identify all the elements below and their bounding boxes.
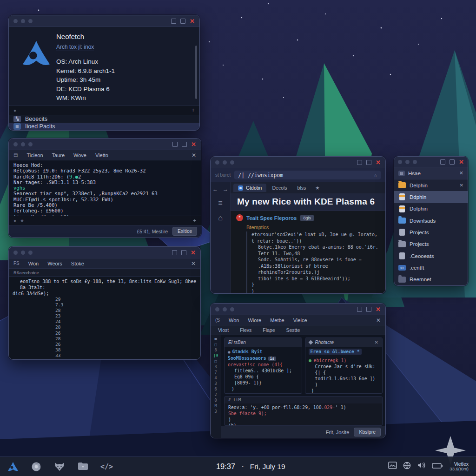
titlebar-dot[interactable] (28, 251, 33, 255)
url-input[interactable]: /| //iwnsixpom ☆ (234, 171, 381, 179)
menu-item[interactable]: Won (229, 317, 239, 323)
tab-blss[interactable]: blss (293, 184, 311, 192)
maximize-button[interactable] (366, 307, 371, 312)
titlebar-dot[interactable] (28, 142, 33, 146)
menu-item[interactable]: Stoke (71, 261, 84, 266)
gutter-icon[interactable]: 0 (214, 398, 217, 403)
breakpoint-dot[interactable] (309, 359, 311, 362)
pane-close-icon[interactable]: ✕ (375, 340, 378, 345)
close-button[interactable]: ✕ (191, 141, 196, 147)
close-button[interactable]: ✕ (191, 250, 196, 256)
minimize-button[interactable] (357, 160, 362, 165)
editor2-titlebar[interactable]: ✕ (211, 304, 385, 315)
right-pane-header[interactable]: Rhotacre ✕ (305, 338, 383, 347)
toolbar-item[interactable]: Fievs (240, 327, 251, 333)
toolbar-item[interactable]: Sestte (286, 327, 300, 333)
bookmark-star-icon[interactable]: ☆ (374, 172, 377, 178)
file-item-ceooeats[interactable]: .Ceooeats (394, 250, 468, 262)
titlebar-dot[interactable] (223, 307, 227, 311)
file-item-projects2[interactable]: Projects (394, 238, 468, 250)
titlebar-dot[interactable] (21, 142, 25, 146)
gutter-icon[interactable]: 7 (214, 370, 217, 375)
panel-close-icon[interactable]: ✕ (459, 170, 463, 176)
menu-item[interactable]: Wove (73, 152, 86, 158)
network-tray-icon[interactable] (403, 462, 411, 471)
minimize-button[interactable] (172, 250, 177, 255)
maximize-button[interactable] (366, 160, 371, 165)
terminal-titlebar[interactable]: ✕ (9, 139, 201, 150)
tab-star-icon[interactable]: ★ (20, 218, 24, 223)
gutter-icon[interactable]: 4 (214, 376, 217, 380)
titlebar-dot[interactable] (398, 160, 402, 164)
dolphin-titlebar[interactable]: ✕ (394, 157, 468, 167)
file-item-dolphin[interactable]: Dolphin (394, 203, 468, 215)
gutter-icon[interactable]: 3 (214, 410, 217, 414)
tab-dot-icon[interactable]: ● (13, 108, 16, 113)
menu-close-icon[interactable]: ✕ (376, 317, 381, 324)
gutter-icon[interactable]: □ (214, 359, 217, 364)
titlebar-dot[interactable] (230, 307, 234, 311)
toolbar-item[interactable]: Fiape (263, 327, 275, 333)
menu-item[interactable]: Won (28, 261, 39, 266)
editor1-titlebar[interactable]: ✕ (9, 247, 200, 258)
home-icon[interactable]: ⌂ (218, 214, 223, 222)
gutter-icon[interactable]: ■ (214, 337, 217, 341)
minimize-button[interactable] (440, 159, 445, 165)
menu-item[interactable]: Weors (47, 261, 62, 266)
new-tab-button[interactable]: + (193, 218, 196, 224)
titlebar-dot[interactable] (21, 251, 25, 255)
file-item-reemnet[interactable]: Reemnet (394, 274, 468, 285)
menu-close-icon[interactable]: ✕ (192, 152, 196, 159)
editor1-tab[interactable]: R6aeorbotoe (9, 269, 200, 277)
remove-place-icon[interactable]: ✕ (460, 183, 463, 188)
post-author-link[interactable]: Teait Spee Fleporos (246, 215, 297, 221)
avatar[interactable]: * (236, 214, 243, 221)
close-button[interactable]: ✕ (376, 306, 381, 312)
titlebar-dot[interactable] (223, 160, 227, 165)
menu-item[interactable]: Vietto (95, 152, 108, 158)
exit-button[interactable]: Exitice (172, 227, 197, 236)
files-app-icon[interactable] (77, 461, 88, 472)
new-tab-button[interactable]: + (192, 107, 195, 113)
titlebar-dot[interactable] (13, 142, 18, 146)
browser-app-icon[interactable] (31, 461, 42, 472)
menu-item[interactable]: Ticleon (26, 152, 43, 158)
console-header[interactable]: # ttM (225, 397, 382, 403)
tab-dot-icon[interactable]: ● (13, 218, 16, 223)
close-button[interactable]: ✕ (459, 159, 464, 165)
gutter-icon[interactable]: 8 (214, 348, 217, 352)
clock-widget[interactable]: 19:37 • Fri, July 19 (216, 462, 285, 471)
minimize-button[interactable] (357, 307, 362, 312)
toolbar-item[interactable]: Viost (218, 327, 229, 333)
editor1-code-area[interactable]: eonTsno 388 to tE soBs £y-188, the 13, 8… (9, 277, 200, 359)
battery-tray-icon[interactable] (432, 462, 443, 470)
close-button[interactable]: ✕ (376, 159, 381, 165)
titlebar-dot[interactable] (215, 160, 219, 165)
gutter-icon[interactable]: M (214, 404, 217, 408)
forward-button[interactable]: → (223, 186, 228, 192)
maximize-button[interactable] (180, 19, 185, 24)
list-item-iioed-pacits[interactable]: ▦ Iioed Pacits (9, 123, 199, 130)
browser-titlebar[interactable]: ✕ (211, 157, 385, 168)
gutter-icon[interactable]: 3 (214, 365, 217, 369)
gutter-icon[interactable]: □ (214, 343, 217, 347)
minimize-button[interactable] (171, 19, 176, 24)
screenshot-tray-icon[interactable] (388, 462, 397, 471)
file-item-delphin[interactable]: Delphin ✕ (394, 179, 468, 191)
gutter-icon[interactable]: 2 (214, 393, 217, 397)
menu-item[interactable]: Vielce (293, 317, 307, 323)
titlebar-dot[interactable] (13, 251, 18, 255)
fox-app-icon[interactable] (54, 461, 65, 472)
tab-star-icon[interactable]: ★ (315, 185, 319, 191)
file-item-ddphin[interactable]: Ddphin (394, 191, 468, 203)
gutter-icon[interactable]: 6 (214, 387, 217, 391)
volume-tray-icon[interactable] (417, 462, 426, 471)
maximize-button[interactable] (182, 142, 187, 147)
launcher-arch-icon[interactable] (7, 461, 19, 472)
maximize-button[interactable] (181, 250, 186, 255)
titlebar-dot[interactable] (21, 19, 25, 23)
status-button[interactable]: Kbslpre (354, 428, 381, 436)
titlebar-dot[interactable] (215, 307, 219, 311)
hamburger-menu-icon[interactable]: ≡ (218, 199, 222, 207)
tab-gtdobn[interactable]: Gtdobn (233, 184, 266, 192)
